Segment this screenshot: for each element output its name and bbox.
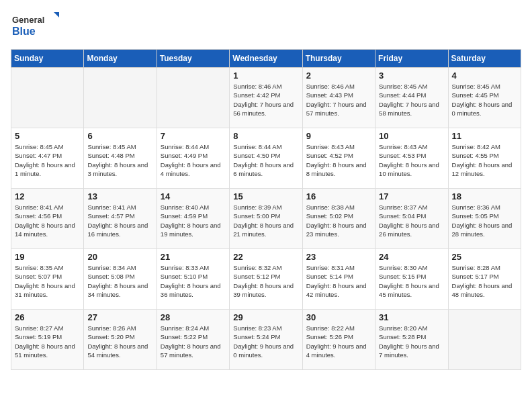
day-number: 30 <box>306 312 371 322</box>
day-info: Sunrise: 8:26 AM Sunset: 5:20 PM Dayligh… <box>87 324 152 359</box>
day-number: 5 <box>15 131 80 141</box>
day-info: Sunrise: 8:20 AM Sunset: 5:28 PM Dayligh… <box>379 324 444 359</box>
day-info: Sunrise: 8:39 AM Sunset: 5:00 PM Dayligh… <box>233 203 298 238</box>
day-number: 26 <box>15 312 80 322</box>
day-number: 27 <box>87 312 152 322</box>
calendar-cell: 5Sunrise: 8:45 AM Sunset: 4:47 PM Daylig… <box>11 128 84 189</box>
day-info: Sunrise: 8:22 AM Sunset: 5:26 PM Dayligh… <box>306 324 371 359</box>
day-info: Sunrise: 8:45 AM Sunset: 4:45 PM Dayligh… <box>452 82 517 118</box>
day-info: Sunrise: 8:40 AM Sunset: 4:59 PM Dayligh… <box>161 203 226 238</box>
day-info: Sunrise: 8:35 AM Sunset: 5:07 PM Dayligh… <box>15 263 80 299</box>
day-info: Sunrise: 8:41 AM Sunset: 4:57 PM Dayligh… <box>87 203 152 238</box>
day-number: 6 <box>87 131 152 141</box>
calendar-cell: 29Sunrise: 8:23 AM Sunset: 5:24 PM Dayli… <box>230 310 302 370</box>
logo: General Blue <box>11 11 64 41</box>
calendar-day-header: Friday <box>375 50 448 68</box>
day-info: Sunrise: 8:44 AM Sunset: 4:49 PM Dayligh… <box>161 142 226 178</box>
calendar-cell: 7Sunrise: 8:44 AM Sunset: 4:49 PM Daylig… <box>157 128 229 189</box>
calendar-cell: 21Sunrise: 8:33 AM Sunset: 5:10 PM Dayli… <box>157 249 229 310</box>
day-number: 15 <box>233 191 298 201</box>
day-number: 20 <box>87 252 152 262</box>
svg-text:General: General <box>12 15 44 25</box>
day-info: Sunrise: 8:33 AM Sunset: 5:10 PM Dayligh… <box>161 263 226 299</box>
calendar-cell: 14Sunrise: 8:40 AM Sunset: 4:59 PM Dayli… <box>157 189 229 249</box>
calendar-cell <box>448 310 521 370</box>
day-info: Sunrise: 8:41 AM Sunset: 4:56 PM Dayligh… <box>15 203 80 238</box>
page-container: General Blue SundayMondayTuesdayWednesda… <box>0 0 532 375</box>
calendar-cell: 3Sunrise: 8:45 AM Sunset: 4:44 PM Daylig… <box>375 68 448 128</box>
calendar-cell: 27Sunrise: 8:26 AM Sunset: 5:20 PM Dayli… <box>84 310 157 370</box>
day-info: Sunrise: 8:45 AM Sunset: 4:47 PM Dayligh… <box>15 142 80 178</box>
day-number: 12 <box>15 191 80 201</box>
calendar-cell: 8Sunrise: 8:44 AM Sunset: 4:50 PM Daylig… <box>230 128 302 189</box>
day-info: Sunrise: 8:46 AM Sunset: 4:42 PM Dayligh… <box>233 82 298 118</box>
day-number: 19 <box>15 252 80 262</box>
calendar-week-row: 1Sunrise: 8:46 AM Sunset: 4:42 PM Daylig… <box>11 68 521 128</box>
day-info: Sunrise: 8:37 AM Sunset: 5:04 PM Dayligh… <box>379 203 444 238</box>
day-number: 14 <box>161 191 226 201</box>
calendar-week-row: 5Sunrise: 8:45 AM Sunset: 4:47 PM Daylig… <box>11 128 521 189</box>
day-number: 4 <box>452 71 517 81</box>
calendar-week-row: 19Sunrise: 8:35 AM Sunset: 5:07 PM Dayli… <box>11 249 521 310</box>
calendar-cell: 15Sunrise: 8:39 AM Sunset: 5:00 PM Dayli… <box>230 189 302 249</box>
calendar-cell: 31Sunrise: 8:20 AM Sunset: 5:28 PM Dayli… <box>375 310 448 370</box>
calendar-cell: 25Sunrise: 8:28 AM Sunset: 5:17 PM Dayli… <box>448 249 521 310</box>
day-info: Sunrise: 8:31 AM Sunset: 5:14 PM Dayligh… <box>306 263 371 299</box>
calendar-header-row: SundayMondayTuesdayWednesdayThursdayFrid… <box>11 50 521 68</box>
calendar-cell: 4Sunrise: 8:45 AM Sunset: 4:45 PM Daylig… <box>448 68 521 128</box>
day-number: 2 <box>306 71 371 81</box>
calendar-cell: 19Sunrise: 8:35 AM Sunset: 5:07 PM Dayli… <box>11 249 84 310</box>
calendar-cell: 13Sunrise: 8:41 AM Sunset: 4:57 PM Dayli… <box>84 189 157 249</box>
calendar-cell: 18Sunrise: 8:36 AM Sunset: 5:05 PM Dayli… <box>448 189 521 249</box>
day-number: 31 <box>379 312 444 322</box>
calendar-cell: 17Sunrise: 8:37 AM Sunset: 5:04 PM Dayli… <box>375 189 448 249</box>
calendar-day-header: Saturday <box>448 50 521 68</box>
day-number: 10 <box>379 131 444 141</box>
calendar-cell: 2Sunrise: 8:46 AM Sunset: 4:43 PM Daylig… <box>302 68 375 128</box>
day-info: Sunrise: 8:43 AM Sunset: 4:52 PM Dayligh… <box>306 142 371 178</box>
calendar-cell: 12Sunrise: 8:41 AM Sunset: 4:56 PM Dayli… <box>11 189 84 249</box>
day-number: 22 <box>233 252 298 262</box>
calendar-cell <box>11 68 84 128</box>
day-info: Sunrise: 8:24 AM Sunset: 5:22 PM Dayligh… <box>161 324 226 359</box>
day-number: 24 <box>379 252 444 262</box>
day-number: 18 <box>452 191 517 201</box>
svg-marker-1 <box>54 12 59 17</box>
day-number: 13 <box>87 191 152 201</box>
day-info: Sunrise: 8:43 AM Sunset: 4:53 PM Dayligh… <box>379 142 444 178</box>
calendar-cell: 9Sunrise: 8:43 AM Sunset: 4:52 PM Daylig… <box>302 128 375 189</box>
calendar-cell: 20Sunrise: 8:34 AM Sunset: 5:08 PM Dayli… <box>84 249 157 310</box>
calendar-table: SundayMondayTuesdayWednesdayThursdayFrid… <box>11 49 521 370</box>
calendar-day-header: Monday <box>84 50 157 68</box>
day-number: 25 <box>452 252 517 262</box>
day-info: Sunrise: 8:23 AM Sunset: 5:24 PM Dayligh… <box>233 324 298 359</box>
svg-text:Blue: Blue <box>12 26 36 37</box>
calendar-cell <box>157 68 229 128</box>
day-number: 9 <box>306 131 371 141</box>
day-number: 17 <box>379 191 444 201</box>
calendar-cell: 22Sunrise: 8:32 AM Sunset: 5:12 PM Dayli… <box>230 249 302 310</box>
calendar-cell: 24Sunrise: 8:30 AM Sunset: 5:15 PM Dayli… <box>375 249 448 310</box>
calendar-cell: 16Sunrise: 8:38 AM Sunset: 5:02 PM Dayli… <box>302 189 375 249</box>
day-info: Sunrise: 8:32 AM Sunset: 5:12 PM Dayligh… <box>233 263 298 299</box>
day-number: 8 <box>233 131 298 141</box>
calendar-day-header: Wednesday <box>230 50 302 68</box>
day-info: Sunrise: 8:45 AM Sunset: 4:48 PM Dayligh… <box>87 142 152 178</box>
day-info: Sunrise: 8:45 AM Sunset: 4:44 PM Dayligh… <box>379 82 444 118</box>
calendar-cell: 26Sunrise: 8:27 AM Sunset: 5:19 PM Dayli… <box>11 310 84 370</box>
calendar-week-row: 26Sunrise: 8:27 AM Sunset: 5:19 PM Dayli… <box>11 310 521 370</box>
calendar-day-header: Tuesday <box>157 50 229 68</box>
day-number: 1 <box>233 71 298 81</box>
day-number: 23 <box>306 252 371 262</box>
day-number: 16 <box>306 191 371 201</box>
day-info: Sunrise: 8:36 AM Sunset: 5:05 PM Dayligh… <box>452 203 517 238</box>
calendar-cell: 1Sunrise: 8:46 AM Sunset: 4:42 PM Daylig… <box>230 68 302 128</box>
day-number: 21 <box>161 252 226 262</box>
calendar-cell: 30Sunrise: 8:22 AM Sunset: 5:26 PM Dayli… <box>302 310 375 370</box>
calendar-cell: 11Sunrise: 8:42 AM Sunset: 4:55 PM Dayli… <box>448 128 521 189</box>
calendar-day-header: Thursday <box>302 50 375 68</box>
day-info: Sunrise: 8:34 AM Sunset: 5:08 PM Dayligh… <box>87 263 152 299</box>
day-info: Sunrise: 8:27 AM Sunset: 5:19 PM Dayligh… <box>15 324 80 359</box>
calendar-cell: 28Sunrise: 8:24 AM Sunset: 5:22 PM Dayli… <box>157 310 229 370</box>
calendar-day-header: Sunday <box>11 50 84 68</box>
